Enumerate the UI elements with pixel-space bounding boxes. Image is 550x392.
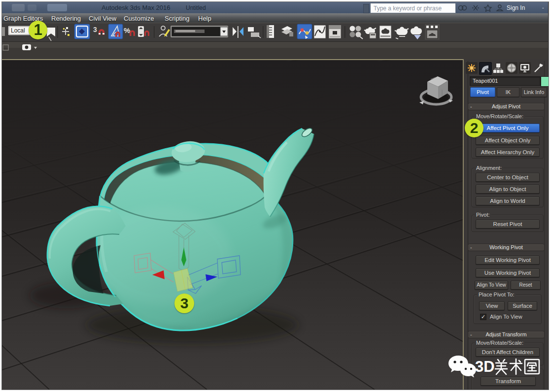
- svg-text:3: 3: [93, 26, 97, 33]
- svg-text:Local: Local: [11, 27, 25, 34]
- svg-text:3D: 3D: [475, 358, 495, 375]
- svg-text:-: -: [542, 4, 544, 10]
- svg-text:Sign In: Sign In: [507, 4, 525, 11]
- svg-text:%: %: [124, 26, 130, 34]
